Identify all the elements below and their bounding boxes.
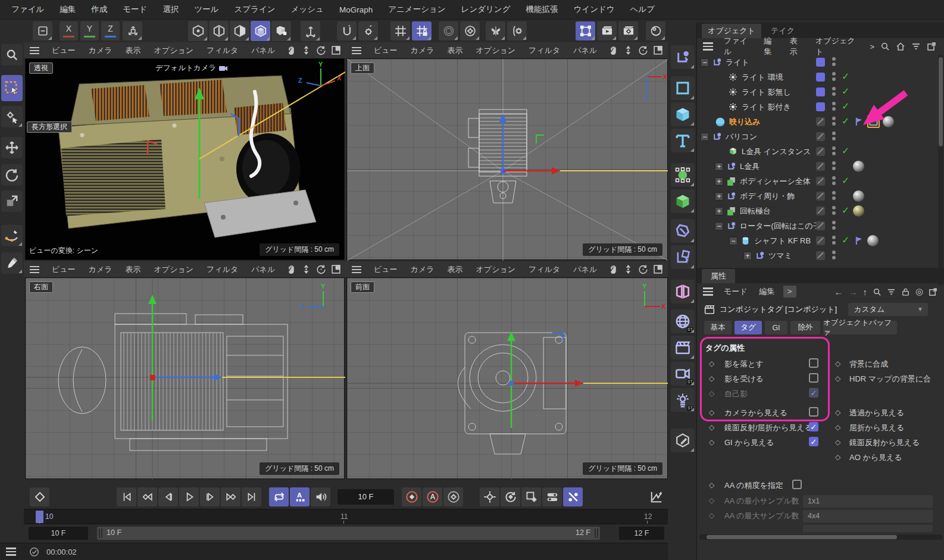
menu-animation[interactable]: アニメーション: [380, 4, 453, 15]
layer-color-chip[interactable]: [816, 102, 825, 111]
add-bend-deformer-button[interactable]: [671, 219, 695, 243]
spline-pen-tool-button[interactable]: [1, 225, 23, 246]
enabled-check-icon[interactable]: ✓: [842, 145, 849, 157]
om-menu-object[interactable]: オブジェクト: [809, 36, 864, 57]
object-row-light-shadow[interactable]: ライト 影付き ✓: [697, 99, 937, 114]
vp-menu-camera[interactable]: カメラ: [404, 264, 441, 275]
key-diamond-icon[interactable]: ◇: [709, 423, 714, 431]
collapse-icon[interactable]: −: [729, 237, 737, 245]
add-extrude-button[interactable]: [671, 189, 695, 213]
object-tree-scrollbar[interactable]: [938, 55, 943, 286]
add-sky-button[interactable]: ST: [671, 309, 695, 333]
vp-menu-camera[interactable]: カメラ: [404, 45, 441, 56]
vp-menu-view[interactable]: ビュー: [367, 264, 404, 275]
om-burger-icon[interactable]: [703, 42, 713, 51]
layer-color-chip[interactable]: [816, 221, 825, 230]
am-search-icon[interactable]: [873, 287, 882, 296]
visibility-dots[interactable]: [832, 117, 836, 126]
scrollbar-thumb[interactable]: [939, 57, 943, 146]
checkbox-seen-by-camera[interactable]: [809, 407, 818, 417]
object-row-bracket[interactable]: + L金具: [697, 159, 937, 174]
target-mode-icon[interactable]: ◎: [915, 286, 923, 297]
object-row-light-env[interactable]: ライト 環境 ✓: [697, 70, 937, 85]
expand-icon[interactable]: +: [743, 252, 752, 260]
layer-color-chip[interactable]: [816, 58, 825, 67]
object-row-body-chassis[interactable]: + ボディシャーシ全体 ✓: [697, 174, 937, 189]
coordinate-system-button[interactable]: [123, 21, 142, 40]
layer-color-chip[interactable]: [816, 117, 825, 126]
enabled-check-icon[interactable]: ✓: [842, 115, 849, 127]
visibility-dots[interactable]: [832, 191, 836, 200]
range-grip-left[interactable]: [101, 528, 102, 538]
object-row-shaft[interactable]: − シャフト KF RB ✓: [697, 233, 937, 248]
checkbox-specify-aa[interactable]: [792, 480, 802, 489]
render-to-picture-viewer-button[interactable]: [597, 21, 617, 40]
last-tool-button[interactable]: [33, 21, 52, 40]
orbit-icon[interactable]: [316, 264, 326, 274]
edges-mode-button[interactable]: [209, 21, 229, 41]
vp-menu-panel[interactable]: パネル: [567, 45, 604, 56]
menu-mograph[interactable]: MoGraph: [332, 5, 380, 14]
object-row-rotor[interactable]: − ローター(回転はこの子): [697, 218, 937, 233]
polygons-mode-button[interactable]: [230, 21, 249, 41]
previous-key-button[interactable]: [137, 487, 157, 506]
am-menu-edit[interactable]: 編集: [754, 286, 781, 297]
pan-hand-icon[interactable]: [608, 45, 618, 55]
vp-menu-filter[interactable]: フィルタ: [522, 45, 567, 56]
layer-color-chip[interactable]: [816, 192, 825, 201]
layer-color-chip[interactable]: [816, 207, 825, 215]
visibility-dots[interactable]: [832, 221, 836, 230]
vp-menu-view[interactable]: ビュー: [367, 45, 404, 56]
vp-menu-options[interactable]: オプション: [470, 45, 523, 56]
snap-enable-button[interactable]: [337, 21, 357, 40]
menu-select[interactable]: 選択: [155, 4, 186, 15]
dolly-icon[interactable]: [623, 45, 633, 55]
visibility-dots[interactable]: [832, 132, 836, 140]
key-diamond-icon[interactable]: ◇: [835, 408, 840, 417]
add-workplane-button[interactable]: [671, 245, 695, 269]
enabled-check-icon[interactable]: ✓: [842, 71, 849, 82]
symmetry-settings-button[interactable]: [507, 21, 527, 40]
make-keyframe-button[interactable]: [30, 487, 49, 506]
add-symmetry-button[interactable]: [671, 280, 695, 304]
menu-help[interactable]: ヘルプ: [623, 4, 662, 15]
vp-menu-display[interactable]: 表示: [119, 45, 148, 56]
layer-color-chip[interactable]: [816, 251, 825, 260]
pan-hand-icon[interactable]: [286, 45, 296, 55]
sketch-tool-button[interactable]: [1, 252, 23, 274]
texture-mode-button[interactable]: [271, 21, 291, 41]
current-frame-field[interactable]: 10 F: [337, 489, 394, 505]
vp-menu-panel[interactable]: パネル: [245, 264, 282, 275]
om-menu-more[interactable]: >: [864, 42, 880, 51]
layer-color-chip[interactable]: [816, 177, 825, 186]
modifier-settings-button[interactable]: [460, 21, 480, 40]
menu-file[interactable]: ファイル: [4, 4, 52, 15]
key-diamond-icon[interactable]: ◇: [835, 374, 840, 383]
vp-menu-options[interactable]: オプション: [470, 264, 523, 275]
menu-mesh[interactable]: メッシュ: [283, 4, 332, 15]
next-key-button[interactable]: [221, 487, 240, 506]
keying-settings-button[interactable]: [443, 487, 463, 506]
range-grip-right[interactable]: [595, 528, 596, 538]
dolly-icon[interactable]: [623, 264, 633, 274]
layer-color-chip[interactable]: [816, 73, 825, 82]
visibility-dots[interactable]: [832, 146, 836, 155]
goto-start-button[interactable]: [117, 487, 136, 506]
lock-y-axis-button[interactable]: Y: [80, 21, 99, 40]
viewport-menu-icon[interactable]: [27, 266, 42, 273]
scale-tool-button[interactable]: [1, 190, 23, 212]
quantize-lock-button[interactable]: [412, 21, 432, 40]
toggle-viewport-icon[interactable]: [331, 45, 341, 55]
attr-tab-tag[interactable]: タグ: [734, 321, 762, 334]
key-diamond-icon[interactable]: ◇: [835, 438, 840, 446]
orbit-icon[interactable]: [638, 264, 648, 274]
menu-edit[interactable]: 編集: [52, 4, 83, 15]
preset-dropdown[interactable]: カスタム ▼: [848, 303, 928, 316]
viewport-menu-icon[interactable]: [349, 266, 364, 273]
key-scale-toggle[interactable]: [521, 487, 541, 506]
toggle-viewport-icon[interactable]: [653, 45, 663, 55]
key-diamond-icon[interactable]: ◇: [709, 408, 714, 417]
visibility-dots[interactable]: [832, 176, 836, 185]
status-menu-icon[interactable]: [6, 548, 16, 556]
attr-tab-object-buffer[interactable]: オブジェクトバッファ: [823, 321, 897, 334]
